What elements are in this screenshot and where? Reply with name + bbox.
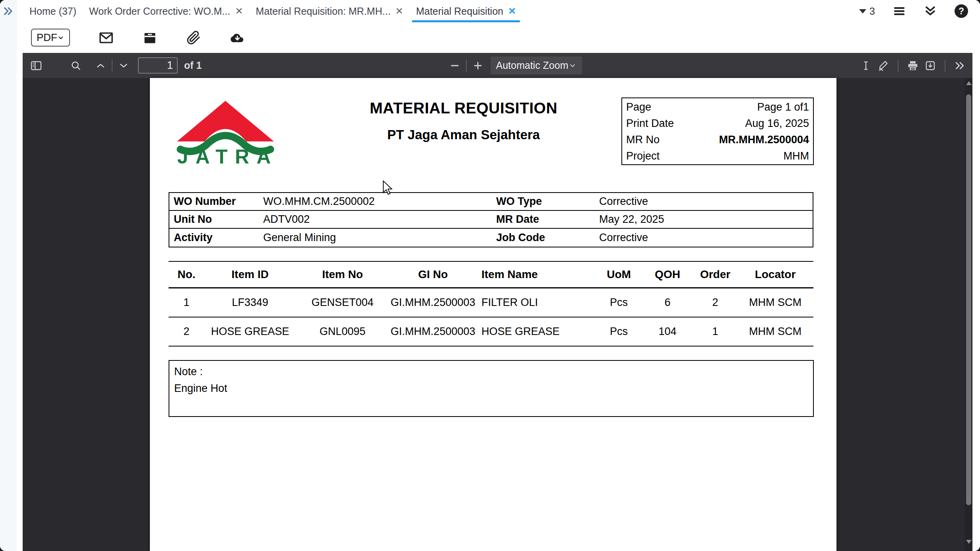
save-icon[interactable] [922, 57, 939, 74]
format-select[interactable]: PDF [31, 29, 70, 47]
svg-text:JATRA: JATRA [177, 146, 278, 165]
print-icon[interactable] [904, 57, 922, 74]
wo-label: Job Code [496, 232, 599, 244]
pdf-page: JATRA MATERIAL REQUISITION PT Jaga Aman … [150, 78, 836, 551]
cell: 1 [693, 325, 737, 338]
vertical-scrollbar[interactable] [965, 78, 972, 551]
pdf-toolbar-left: of 1 [23, 57, 202, 74]
wo-label: WO Number [169, 195, 263, 208]
wo-value: Corrective [599, 232, 813, 244]
page-number-input[interactable] [138, 57, 178, 74]
close-icon[interactable]: ✕ [235, 6, 243, 16]
table-row: 2 HOSE GREASE GNL0095 GI.MHM.2500003 HOS… [169, 317, 813, 347]
tab-material-requisition-label: Material Requisition [416, 6, 503, 17]
divider [898, 60, 898, 72]
info-label: MR No [626, 134, 660, 146]
zoom-select[interactable]: Automatic Zoom [491, 56, 582, 74]
cell: FILTER OLI [477, 296, 596, 309]
email-icon[interactable] [99, 30, 114, 45]
app-window: Home (37) Work Order Corrective: WO.M...… [0, 0, 980, 551]
wo-label: Unit No [169, 213, 263, 226]
column-header: QOH [642, 268, 693, 281]
left-rail [0, 0, 17, 551]
cell: 6 [642, 296, 693, 309]
note-text: Engine Hot [174, 380, 808, 397]
cell: GENSET004 [296, 296, 389, 309]
info-value: MHM [784, 150, 809, 162]
cloud-download-icon[interactable] [230, 30, 245, 45]
tab-material-requisition[interactable]: Material Requisition ✕ [409, 0, 522, 22]
column-header: Item ID [204, 268, 296, 281]
cell: Pcs [596, 325, 642, 338]
info-label: Project [626, 150, 660, 162]
scrollbar-thumb[interactable] [966, 94, 971, 505]
divider [945, 60, 945, 72]
cell: GI.MHM.2500003 [389, 296, 477, 309]
archive-icon[interactable] [142, 30, 157, 45]
tab-material-requisition-mr[interactable]: Material Requisition: MR.MH... ✕ [249, 0, 409, 22]
pdf-toolbar-right [857, 53, 972, 78]
info-value: Aug 16, 2025 [745, 117, 809, 130]
items-table-header: No. Item ID Item No GI No Item Name UoM … [169, 261, 813, 288]
tab-work-order-label: Work Order Corrective: WO.M... [89, 6, 230, 17]
divider [112, 60, 113, 72]
close-icon[interactable]: ✕ [395, 6, 403, 16]
pdf-toolbar-center: Automatic Zoom [446, 53, 582, 78]
expand-sidebar-icon[interactable] [3, 6, 14, 17]
tab-bar: Home (37) Work Order Corrective: WO.M...… [17, 0, 980, 22]
info-label: Page [626, 101, 651, 113]
cell: MHM SCM [737, 296, 813, 309]
caret-down-icon [859, 9, 866, 14]
zoom-out-icon[interactable] [446, 57, 464, 74]
info-label: Print Date [626, 117, 674, 130]
table-row: Activity General Mining Job Code Correct… [169, 229, 813, 247]
column-header: Item No [296, 268, 389, 281]
more-tools-icon[interactable] [951, 57, 968, 74]
info-row-page: Page Page 1 of1 [622, 99, 813, 115]
info-row-project: Project MHM [622, 148, 813, 164]
info-value: Page 1 of1 [757, 101, 809, 113]
previous-page-icon[interactable] [92, 57, 109, 74]
cell: 104 [642, 325, 693, 338]
wo-value: Corrective [599, 195, 813, 208]
text-select-icon[interactable] [857, 57, 875, 74]
tab-home[interactable]: Home (37) [23, 0, 83, 22]
double-chevron-down-icon[interactable] [924, 4, 937, 18]
print-info-box: Page Page 1 of1 Print Date Aug 16, 2025 … [621, 97, 814, 165]
wo-label: MR Date [496, 213, 599, 226]
menu-icon[interactable] [893, 4, 906, 18]
column-header: UoM [596, 268, 642, 281]
column-header: GI No [389, 268, 477, 281]
chevron-down-icon [569, 62, 576, 70]
work-order-table: WO Number WO.MHM.CM.2500002 WO Type Corr… [169, 192, 813, 247]
attachment-icon[interactable] [186, 30, 201, 45]
table-row: Unit No ADTV002 MR Date May 22, 2025 [169, 211, 813, 229]
search-icon[interactable] [67, 57, 85, 74]
scroll-up-icon[interactable] [966, 81, 972, 85]
wo-label: Activity [169, 232, 263, 244]
column-header: Locator [737, 268, 813, 281]
chevron-down-icon [57, 33, 64, 42]
column-header: No. [169, 268, 204, 281]
next-page-icon[interactable] [115, 57, 132, 74]
scroll-down-icon[interactable] [966, 540, 972, 544]
cell: LF3349 [204, 296, 296, 309]
table-row: 1 LF3349 GENSET004 GI.MHM.2500003 FILTER… [169, 288, 813, 317]
cell: HOSE GREASE [477, 325, 596, 338]
close-icon[interactable]: ✕ [508, 6, 516, 16]
note-label: Note : [174, 363, 808, 380]
tab-overflow-count: 3 [869, 5, 875, 18]
zoom-select-value: Automatic Zoom [496, 60, 569, 71]
tab-overflow-dropdown[interactable]: 3 [859, 5, 875, 18]
cell: 1 [169, 296, 204, 309]
zoom-in-icon[interactable] [469, 57, 487, 74]
help-icon[interactable]: ? [955, 4, 968, 18]
cell: Pcs [596, 296, 642, 309]
cell: 2 [169, 325, 204, 338]
document-action-bar: PDF [17, 22, 980, 53]
draw-pen-icon[interactable] [875, 57, 892, 74]
tab-work-order-corrective[interactable]: Work Order Corrective: WO.M... ✕ [83, 0, 249, 22]
sidebar-toggle-icon[interactable] [27, 57, 45, 74]
wo-label: WO Type [496, 195, 599, 208]
info-row-mr-no: MR No MR.MHM.2500004 [622, 132, 813, 148]
